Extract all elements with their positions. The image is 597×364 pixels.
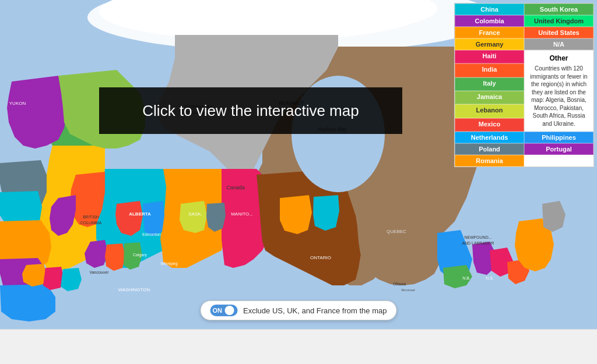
svg-text:AND LABRADOR: AND LABRADOR (462, 241, 494, 245)
legend-france: France (455, 27, 524, 38)
toggle-on-label: ON (213, 307, 223, 314)
svg-text:Vancouver: Vancouver (90, 270, 110, 274)
legend-india: India (455, 63, 524, 77)
legend-netherlands: Netherlands (455, 132, 524, 143)
legend-south-korea: South Korea (524, 3, 594, 15)
legend-portugal: Portugal (524, 143, 594, 155)
svg-text:YUKON: YUKON (9, 101, 26, 106)
legend-lebanon: Lebanon (455, 104, 524, 118)
svg-text:N.S.: N.S. (486, 276, 494, 280)
legend-other-box: Other Countries with 120 immigrants or f… (524, 50, 594, 132)
legend-italy: Italy (455, 77, 524, 91)
legend-other-desc: Countries with 120 immigrants or fewer i… (528, 65, 589, 128)
svg-text:Montreal: Montreal (401, 288, 415, 292)
legend-uk: United Kingdom (524, 15, 594, 27)
svg-text:ALBERTA: ALBERTA (129, 211, 151, 217)
svg-text:COLUMBIA: COLUMBIA (80, 221, 102, 225)
legend-other-title: Other (528, 54, 589, 62)
svg-text:N.B.: N.B. (462, 276, 470, 280)
svg-text:NEWFOUND...: NEWFOUND... (464, 235, 491, 239)
svg-text:WASHINGTON: WASHINGTON (118, 287, 150, 292)
svg-text:MANITO...: MANITO... (231, 211, 253, 217)
click-overlay-text: Click to view the interactive map (142, 102, 359, 120)
legend-mexico: Mexico (455, 118, 524, 132)
legend-colombia: Colombia (455, 15, 524, 27)
legend-jamaica: Jamaica (455, 91, 524, 104)
legend-na: N/A (524, 38, 594, 50)
toggle-knob (224, 306, 234, 315)
svg-text:SASK.: SASK. (188, 211, 202, 217)
legend-us: United States (524, 27, 594, 38)
legend-china: China (455, 3, 524, 15)
legend-philippines: Philippines (524, 132, 594, 143)
svg-text:Ottawa: Ottawa (393, 282, 406, 286)
legend-panel: China South Korea Colombia United Kingdo… (454, 3, 594, 167)
toggle-switch[interactable]: ON (210, 305, 238, 316)
toggle-label-text: Exclude US, UK, and France from the map (243, 306, 387, 315)
legend-poland: Poland (455, 143, 524, 155)
bottom-bar (0, 329, 597, 364)
legend-romania: Romania (455, 155, 524, 167)
svg-text:Winnipeg: Winnipeg (160, 261, 177, 266)
legend-haiti: Haiti (455, 50, 524, 63)
svg-text:BRITISH: BRITISH (83, 215, 99, 219)
legend-germany: Germany (455, 38, 524, 50)
svg-text:Edmonton: Edmonton (142, 232, 161, 236)
svg-text:Calgary: Calgary (133, 253, 148, 257)
svg-text:ONTARIO: ONTARIO (310, 255, 331, 260)
toggle-area: ON Exclude US, UK, and France from the m… (201, 301, 397, 320)
svg-text:QUEBEC: QUEBEC (387, 229, 406, 234)
legend-grid: China South Korea Colombia United Kingdo… (455, 3, 594, 167)
svg-text:Canada: Canada (226, 185, 245, 190)
click-to-view-overlay[interactable]: Click to view the interactive map (99, 87, 402, 134)
